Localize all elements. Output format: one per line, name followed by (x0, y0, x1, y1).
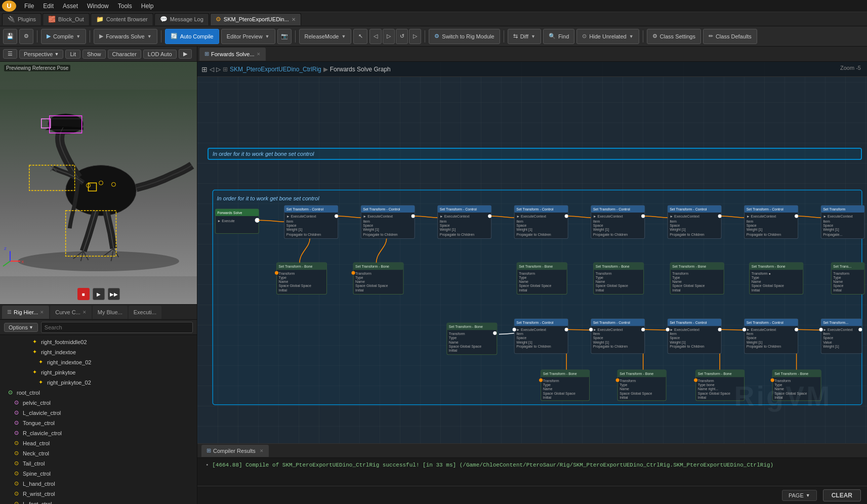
tree-search-input[interactable] (41, 322, 193, 333)
svg-point-171 (565, 328, 568, 331)
tab-forwards-solve[interactable]: ⊞ Forwards Solve... ✕ (199, 48, 266, 61)
breadcrumb-rig-link[interactable]: SKM_PteroExportUEDino_CtrlRig (230, 66, 321, 73)
toolbar-sep-7 (643, 30, 643, 43)
ctrl-icon: ⊙ (14, 440, 21, 447)
list-item[interactable]: ⊙ root_ctrol (0, 388, 197, 398)
list-item[interactable]: ✦ right_footmiddle02 (0, 337, 197, 347)
svg-text:Item: Item (440, 220, 447, 223)
list-item[interactable]: ⊙ Spine_ctrol (0, 469, 197, 479)
vp-play-btn[interactable]: ▶ (179, 49, 192, 59)
menu-file[interactable]: File (20, 2, 38, 11)
breadcrumb-graph-label: Forwards Solve Graph (330, 66, 391, 73)
tab-executi[interactable]: Executi... (129, 306, 161, 319)
menu-help[interactable]: Help (137, 2, 158, 11)
tree-options-button[interactable]: Options ▼ (4, 323, 38, 332)
list-item[interactable]: ⊙ Neck_ctrol (0, 448, 197, 458)
tab-skm-ptero[interactable]: ⚙ SKM_PteroExportUEDin... ✕ (210, 13, 301, 25)
tab-plugins[interactable]: 🔌 Plugins (2, 13, 42, 25)
list-item[interactable]: ⊙ Head_ctrol (0, 438, 197, 448)
auto-compile-button[interactable]: 🔄 Auto Compile (165, 29, 219, 44)
menu-asset[interactable]: Asset (59, 2, 82, 11)
class-defaults-button[interactable]: ✏ Class Defaults (703, 29, 757, 44)
tree-item-label: right_footmiddle02 (41, 339, 87, 345)
tab-blockout[interactable]: 🧱 Block_Out (43, 13, 90, 25)
svg-text:Initial: Initial (519, 288, 527, 292)
class-settings-button[interactable]: ⚙ Class Settings (647, 29, 701, 44)
character-btn[interactable]: Character (108, 50, 141, 59)
nav-left-btn[interactable]: ◁ (369, 29, 382, 44)
play-button[interactable]: ▶ (93, 288, 105, 300)
forward-button[interactable]: ▶▶ (108, 288, 120, 300)
settings-icon-btn[interactable]: ⚙ (19, 29, 33, 44)
page-button[interactable]: PAGE ▼ (782, 490, 817, 501)
list-item[interactable]: ✦ right_indextoe (0, 347, 197, 357)
list-item[interactable]: ⊙ L_foot_ctrol (0, 499, 197, 504)
breadcrumb-back-icon[interactable]: ◁ (210, 66, 214, 73)
toolbar-sep-2 (90, 30, 90, 43)
nav-right-btn[interactable]: ▷ (383, 29, 395, 44)
tab-my-blue[interactable]: My Blue... (93, 306, 128, 319)
list-item[interactable]: ⊙ R_clavicle_ctrol (0, 428, 197, 438)
diff-button[interactable]: ⇆ Diff ▼ (508, 29, 541, 44)
tab-message-log[interactable]: 💬 Message Log (154, 13, 209, 25)
svg-text:Set Transform - Bone: Set Transform - Bone (774, 372, 808, 375)
svg-text:Space Global Space: Space Global Space (620, 392, 652, 396)
list-item[interactable]: ⊙ L_hand_ctrol (0, 479, 197, 489)
nav-refresh-btn[interactable]: ↺ (396, 29, 408, 44)
tab-skm-close[interactable]: ✕ (292, 17, 296, 22)
tab-compiler-results[interactable]: ⊞ Compiler Results ✕ (201, 445, 269, 457)
forwards-solve-close[interactable]: ✕ (257, 52, 261, 57)
menu-bar: U File Edit Asset Window Tools Help (0, 0, 867, 12)
rig-hierarchy-close[interactable]: ✕ (40, 310, 44, 315)
breadcrumb-forward-icon[interactable]: ▷ (216, 66, 221, 73)
list-item[interactable]: ✦ right_pinkytoe_02 (0, 377, 197, 388)
camera-icon-btn[interactable]: 📷 (277, 29, 292, 44)
viewport-hamburger-btn[interactable]: ☰ (3, 49, 17, 59)
tab-rig-hierarchy[interactable]: ☰ Rig Hier... ✕ (2, 306, 49, 319)
nav-icon-btn-1[interactable]: ↖ (353, 29, 367, 44)
editor-preview-button[interactable]: Editor Preview ▼ (221, 29, 275, 44)
compile-button[interactable]: ▶ Compile ▼ (41, 29, 86, 44)
list-item[interactable]: ✦ right_pinkytoe (0, 367, 197, 377)
svg-text:Weight [1]: Weight [1] (823, 345, 839, 349)
svg-text:Transform: Transform (543, 379, 559, 383)
list-item[interactable]: ✦ right_indextoe_02 (0, 357, 197, 367)
menu-window[interactable]: Window (83, 2, 113, 11)
menu-edit[interactable]: Edit (39, 2, 58, 11)
switch-rig-button[interactable]: ⚙ Switch to Rig Module (429, 29, 500, 44)
tab-curve-c[interactable]: Curve C... ✕ (50, 306, 92, 319)
svg-point-78 (718, 215, 721, 218)
compiler-tab-close[interactable]: ✕ (260, 448, 264, 453)
breadcrumb-nav-icon: ⊞ (201, 65, 208, 73)
svg-text:Propagate to Children: Propagate to Children (593, 345, 628, 349)
ctrl-icon: ⊙ (14, 450, 21, 457)
lod-btn[interactable]: LOD Auto (143, 50, 177, 59)
list-item[interactable]: ⊙ pelvic_ctrol (0, 398, 197, 408)
tab-content-browser[interactable]: 📁 Content Browser (91, 13, 153, 25)
forwards-solve-button[interactable]: ▶ Forwards Solve ▼ (94, 29, 157, 44)
release-mode-button[interactable]: ReleaseMode ▼ (299, 29, 352, 44)
nav-fwd-btn[interactable]: ▷ (409, 29, 421, 44)
perspective-btn[interactable]: Perspective ▼ (19, 50, 63, 59)
show-btn[interactable]: Show (82, 50, 106, 59)
svg-text:Transform: Transform (279, 272, 295, 275)
list-item[interactable]: ⊙ Tail_ctrol (0, 458, 197, 469)
menu-tools[interactable]: Tools (114, 2, 136, 11)
lit-btn[interactable]: Lit (65, 50, 80, 59)
find-icon: 🔍 (549, 33, 556, 39)
node-graph[interactable]: ⊞ ◁ ▷ ⊞ SKM_PteroExportUEDino_CtrlRig ▶ … (197, 62, 867, 443)
class-defaults-icon: ✏ (709, 33, 713, 39)
curve-close[interactable]: ✕ (82, 310, 87, 315)
find-button[interactable]: 🔍 Find (543, 29, 574, 44)
stop-button[interactable]: ■ (77, 288, 90, 300)
list-item[interactable]: ⊙ L_clavicle_ctrol (0, 408, 197, 418)
list-item[interactable]: ⊙ R_wrist_ctrol (0, 489, 197, 499)
lit-label: Lit (70, 51, 76, 57)
save-button[interactable]: 💾 (3, 29, 17, 44)
list-item[interactable]: ⊙ Tongue_ctrol (0, 418, 197, 428)
svg-text:Propagate to Children: Propagate to Children (670, 233, 705, 237)
hide-unrelated-button[interactable]: ⊙ Hide Unrelated ▼ (576, 29, 639, 44)
svg-text:Space Global Space: Space Global Space (279, 284, 311, 288)
ctrl-icon: ⊙ (14, 480, 21, 487)
clear-button[interactable]: CLEAR (823, 489, 861, 501)
